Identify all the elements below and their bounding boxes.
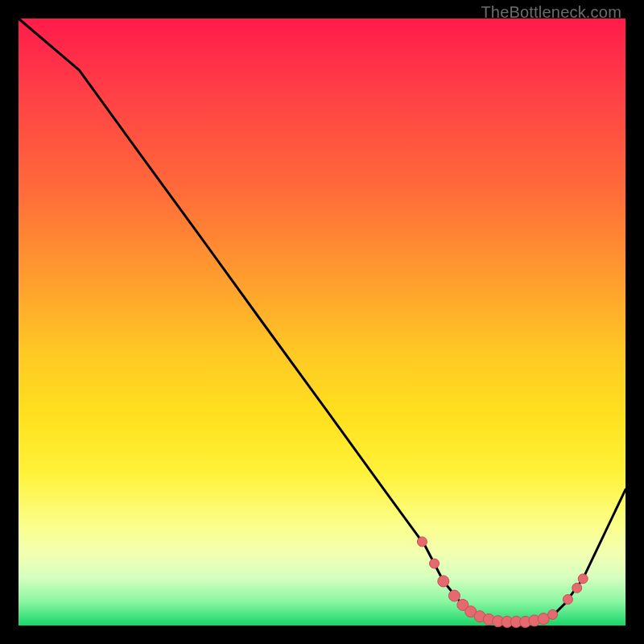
curve-marker (438, 576, 449, 587)
bottleneck-curve-path (19, 19, 625, 622)
chart-stage: TheBottleneck.com (0, 0, 644, 644)
marker-layer (417, 537, 588, 628)
curve-marker (563, 595, 572, 605)
chart-plot-area (19, 19, 625, 625)
curve-marker (578, 574, 588, 584)
curve-marker (430, 559, 440, 568)
curve-marker (417, 537, 427, 547)
curve-marker (572, 583, 582, 592)
curve-marker (448, 590, 460, 601)
chart-svg (19, 19, 625, 625)
curve-marker (548, 609, 558, 619)
watermark-text: TheBottleneck.com (481, 3, 621, 22)
